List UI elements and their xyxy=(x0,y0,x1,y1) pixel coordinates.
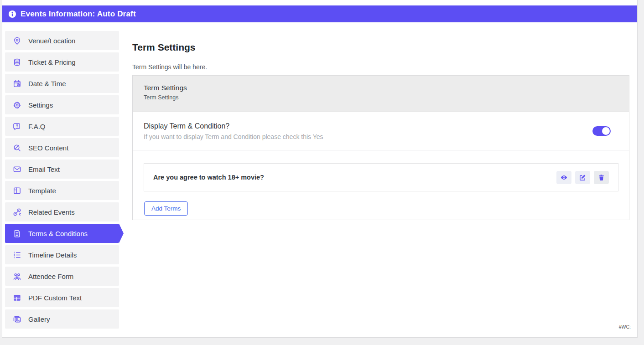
view-term-button[interactable] xyxy=(556,171,571,184)
sidebar-item-email-text[interactable]: Email Text xyxy=(5,160,119,179)
delete-term-button[interactable] xyxy=(594,171,609,184)
sidebar-item-timeline-details[interactable]: Timeline Details xyxy=(5,245,119,264)
related-events-icon xyxy=(13,208,21,216)
sidebar-item-terms-conditions[interactable]: Terms & Conditions xyxy=(5,224,119,243)
edit-icon xyxy=(579,174,586,181)
sidebar-item-label: Timeline Details xyxy=(28,251,77,259)
gallery-icon xyxy=(13,315,21,324)
calendar-clock-icon xyxy=(13,79,21,88)
add-terms-button[interactable]: Add Terms xyxy=(144,201,188,216)
page-subtitle: Term Settings will be here. xyxy=(132,63,207,71)
sidebar-item-venue-location[interactable]: Venue/Location xyxy=(5,31,119,50)
sidebar-item-settings[interactable]: Settings xyxy=(5,95,119,114)
page-title: Term Settings xyxy=(132,42,195,53)
panel-subtitle: Term Settings xyxy=(144,94,618,101)
event-settings-sidebar: Venue/LocationTicket & PricingDate & Tim… xyxy=(5,31,119,329)
sidebar-item-attendee-form[interactable]: Attendee Form xyxy=(5,267,119,286)
sidebar-item-label: Settings xyxy=(28,101,53,109)
display-term-condition-toggle[interactable] xyxy=(592,126,611,136)
sidebar-item-pdf-custom-text[interactable]: PDF Custom Text xyxy=(5,288,119,307)
eye-icon xyxy=(561,174,567,181)
coins-icon xyxy=(13,58,21,67)
template-icon xyxy=(13,186,21,195)
sidebar-item-related-events[interactable]: Related Events xyxy=(5,202,119,221)
panel-title: Term Settings xyxy=(144,84,618,92)
sidebar-item-label: Venue/Location xyxy=(28,37,75,45)
sidebar-item-label: Date & Time xyxy=(28,80,66,88)
sidebar-item-seo-content[interactable]: SEO Content xyxy=(5,138,119,157)
toggle-knob xyxy=(602,127,610,135)
trash-icon xyxy=(598,174,605,181)
events-information-metabox: Events Information: Auto Draft Venue/Loc… xyxy=(2,0,638,338)
page-background xyxy=(0,338,644,345)
metabox-header: Events Information: Auto Draft xyxy=(2,5,637,22)
timeline-icon xyxy=(13,251,21,259)
sidebar-item-date-time[interactable]: Date & Time xyxy=(5,74,119,93)
gear-icon xyxy=(13,101,21,109)
sidebar-item-label: Gallery xyxy=(28,315,50,323)
attendees-icon xyxy=(13,272,21,281)
term-question: Are you agree to watch 18+ movie? xyxy=(153,174,264,181)
term-settings-panel: Term Settings Term Settings Display Term… xyxy=(132,75,629,220)
word-count-note: #WC: xyxy=(619,324,631,330)
term-settings-panel-header: Term Settings Term Settings xyxy=(133,76,629,112)
display-term-condition-help: If you want to display Term and Conditio… xyxy=(144,133,323,140)
edit-term-button[interactable] xyxy=(575,171,590,184)
chat-question-icon xyxy=(13,122,21,131)
sidebar-item-template[interactable]: Template xyxy=(5,181,119,200)
term-row: Are you agree to watch 18+ movie? xyxy=(144,163,618,191)
sidebar-item-label: Attendee Form xyxy=(28,273,73,280)
terms-list: Are you agree to watch 18+ movie? xyxy=(144,163,618,191)
display-term-condition-row: Display Term & Condition? If you want to… xyxy=(133,112,629,150)
display-term-condition-label: Display Term & Condition? xyxy=(144,122,323,130)
sidebar-item-label: F.A.Q xyxy=(28,123,46,130)
toggle-row-text: Display Term & Condition? If you want to… xyxy=(144,122,323,140)
sidebar-item-ticket-pricing[interactable]: Ticket & Pricing xyxy=(5,52,119,72)
sidebar-item-gallery[interactable]: Gallery xyxy=(5,309,119,329)
sidebar-item-label: Terms & Conditions xyxy=(28,230,88,237)
sidebar-item-label: PDF Custom Text xyxy=(28,294,82,302)
email-icon xyxy=(13,165,21,174)
sidebar-item-label: Ticket & Pricing xyxy=(28,58,76,66)
sidebar-item-label: Related Events xyxy=(28,208,75,216)
location-pin-icon xyxy=(13,36,21,45)
sidebar-item-label: Email Text xyxy=(28,165,60,173)
sidebar-item-label: Template xyxy=(28,187,56,195)
sidebar-item-label: SEO Content xyxy=(28,144,68,152)
info-icon xyxy=(8,10,16,18)
document-icon xyxy=(13,229,21,238)
terms-list-area: Are you agree to watch 18+ movie? Add Te… xyxy=(133,150,629,216)
sidebar-item-f-a-q[interactable]: F.A.Q xyxy=(5,117,119,136)
table-icon xyxy=(13,294,21,302)
term-actions xyxy=(556,171,609,184)
metabox-title: Events Information: Auto Draft xyxy=(21,10,136,19)
seo-icon xyxy=(13,144,21,152)
